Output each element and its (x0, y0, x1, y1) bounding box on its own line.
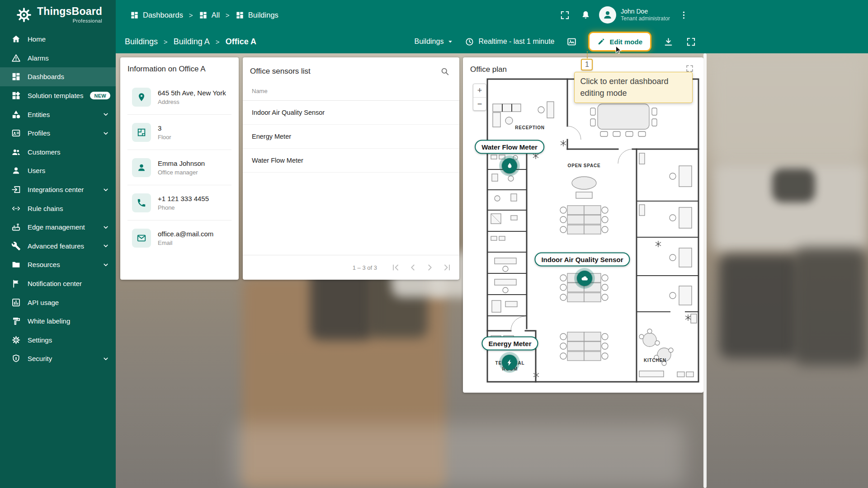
sidebar-item-resources[interactable]: Resources (0, 255, 116, 274)
sidebar-item-settings[interactable]: Settings (0, 331, 116, 350)
breadcrumb-buildings[interactable]: Buildings (236, 11, 278, 19)
avatar[interactable] (599, 6, 616, 23)
bell-icon (580, 10, 591, 20)
user-menu[interactable]: John Doe Tenant administrator (621, 7, 670, 23)
sidebar-item-label: Edge management (28, 223, 85, 231)
device-marker-indoor-air-quality-sensor[interactable]: Indoor Air Quality Sensor (534, 253, 630, 267)
profiles-icon (11, 128, 21, 138)
timewindow-button[interactable]: Realtime - last 1 minute (465, 37, 554, 47)
sidebar-item-label: Resources (28, 261, 60, 268)
indoor-air-quality-sensor[interactable] (574, 268, 595, 289)
fullscreen-icon (560, 10, 570, 20)
first-page-icon (391, 263, 401, 272)
chevron-down-icon (101, 223, 110, 232)
annotation-connector (587, 52, 588, 58)
next-page-button[interactable] (421, 259, 439, 276)
sidebar-item-customers[interactable]: Customers (0, 143, 116, 162)
pencil-icon (597, 38, 605, 46)
topbar: Dashboards > All > Buildings John Doe Te… (116, 0, 868, 30)
info-row-phone: +1 121 333 4455Phone (120, 185, 239, 221)
sidebar-item-white-labeling[interactable]: White labeling (0, 312, 116, 331)
info-row-floor: 3Floor (120, 115, 239, 150)
last-page-button[interactable] (439, 259, 456, 276)
sidebar-item-dashboards[interactable]: Dashboards (0, 67, 116, 86)
zoom-out-button[interactable]: − (473, 97, 486, 110)
chevron-down-icon (101, 129, 110, 138)
breadcrumb-label: Dashboards (143, 11, 183, 19)
photo-blob (794, 248, 866, 365)
info-value: 3 (158, 124, 171, 132)
sidebar-item-label: Solution templates (28, 92, 83, 99)
annotation-step-badge: 1 (581, 59, 593, 70)
column-header-name[interactable]: Name (243, 83, 459, 101)
sidebar-item-solution-templates[interactable]: Solution templatesNEW (0, 86, 116, 105)
breadcrumb-label: All (212, 11, 220, 19)
dashboard-breadcrumb: Buildings > Building A > Office A (125, 37, 256, 47)
sensor-circle (502, 355, 517, 370)
dashboards-icon (130, 11, 139, 19)
widget-title: Office plan (470, 65, 507, 74)
zoom-in-button[interactable]: + (473, 84, 486, 97)
floor-plan-icon (132, 123, 151, 142)
sidebar-item-users[interactable]: Users (0, 161, 116, 180)
sidebar-item-api-usage[interactable]: API usage (0, 293, 116, 312)
air-cloud-icon (580, 274, 589, 283)
entity-select-value: Buildings (414, 38, 443, 46)
sidebar-item-advanced-features[interactable]: Advanced features (0, 237, 116, 256)
chevron-down-icon (101, 260, 110, 269)
sidebar: ThingsBoard Professional Home Alarms Das… (0, 0, 116, 488)
device-marker-energy-meter[interactable]: Energy Meter (481, 337, 538, 351)
entity-select[interactable]: Buildings (412, 34, 457, 49)
room-label-open-space: OPEN SPACE (568, 163, 601, 168)
sidebar-item-label: Customers (28, 148, 61, 156)
brand-logo[interactable]: ThingsBoard Professional (0, 0, 116, 30)
notifications-button[interactable] (576, 6, 594, 24)
sidebar-item-label: Entities (28, 111, 50, 118)
sidebar-item-notification-center[interactable]: Notification center (0, 274, 116, 293)
chevron-down-icon (101, 354, 110, 363)
office-plan-widget: Office plan + − (463, 57, 703, 393)
fullscreen-button[interactable] (556, 6, 574, 24)
more-menu-button[interactable] (675, 6, 693, 24)
sidebar-item-security[interactable]: Security (0, 349, 116, 368)
sidebar-item-edge-management[interactable]: Edge management (0, 218, 116, 237)
edit-mode-wrap: Edit mode 1 Click to enter dashboard edi… (590, 33, 650, 50)
dashboard-toolbar: Buildings > Building A > Office A Buildi… (116, 30, 868, 53)
photo-blob (772, 169, 815, 202)
table-row[interactable]: Indoor Air Quality Sensor (243, 101, 459, 125)
breadcrumb-dashboards[interactable]: Dashboards (130, 11, 183, 19)
image-icon (566, 37, 577, 47)
state-buildings[interactable]: Buildings (125, 37, 158, 47)
device-marker-water-flow-meter[interactable]: Water Flow Meter (475, 140, 544, 154)
sidebar-item-rule-chains[interactable]: Rule chains (0, 199, 116, 218)
energy-meter-sensor[interactable] (499, 352, 520, 373)
breadcrumb-separator: > (164, 38, 168, 46)
fullscreen-icon (686, 37, 696, 47)
download-button[interactable] (659, 33, 677, 51)
wrench-icon (11, 241, 21, 251)
info-value: office.a@mail.com (158, 230, 213, 238)
sidebar-item-entities[interactable]: Entities (0, 105, 116, 124)
water-flow-meter-sensor[interactable] (499, 155, 520, 176)
sidebar-item-home[interactable]: Home (0, 30, 116, 49)
search-button[interactable] (438, 64, 452, 79)
sidebar-item-alarms[interactable]: Alarms (0, 49, 116, 68)
table-row[interactable]: Water Flow Meter (243, 149, 459, 173)
state-building-a[interactable]: Building A (174, 37, 210, 47)
sidebar-item-profiles[interactable]: Profiles (0, 124, 116, 143)
sidebar-item-integrations-center[interactable]: Integrations center (0, 180, 116, 199)
info-row-email: office.a@mail.comEmail (120, 221, 239, 256)
water-drop-icon (505, 162, 514, 170)
caret-down-icon (446, 37, 455, 46)
scrollbar[interactable] (703, 53, 707, 488)
dashboard-fullscreen-button[interactable] (682, 33, 700, 51)
breadcrumb-all[interactable]: All (199, 11, 220, 19)
paint-icon (11, 316, 21, 326)
topbar-actions: John Doe Tenant administrator (556, 6, 693, 24)
first-page-button[interactable] (387, 259, 404, 276)
dashboard-image-button[interactable] (562, 33, 580, 51)
home-icon (11, 34, 21, 44)
table-row[interactable]: Energy Meter (243, 125, 459, 149)
prev-page-button[interactable] (404, 259, 421, 276)
edit-mode-label: Edit mode (609, 38, 642, 46)
